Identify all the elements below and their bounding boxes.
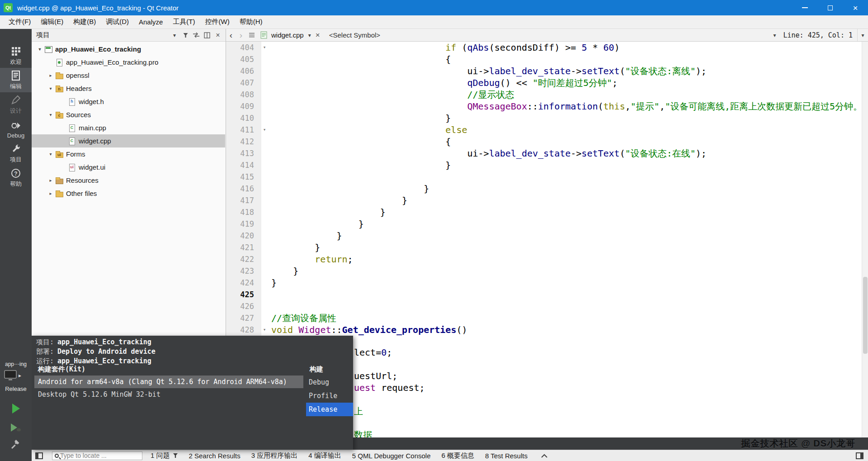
kit-option-1[interactable]: Android for arm64-v8a (Clang Qt 5.12.6 f…: [34, 375, 303, 388]
mode-design[interactable]: 设计: [0, 92, 32, 117]
locator-input[interactable]: Type to locate ...: [52, 451, 142, 460]
line-number[interactable]: 417: [226, 195, 258, 206]
forward-icon[interactable]: ›: [236, 29, 246, 41]
line-number[interactable]: 421: [226, 242, 258, 253]
line-number[interactable]: 414: [226, 159, 258, 171]
code-text[interactable]: }: [271, 277, 862, 289]
fold-marker-icon[interactable]: ▾: [258, 124, 271, 136]
tree-expander-icon[interactable]: ▾: [47, 152, 54, 157]
tree-item-widget.cpp[interactable]: Cwidget.cpp: [32, 134, 225, 147]
menu-item-4[interactable]: 调试(D): [101, 15, 134, 29]
debug-run-button[interactable]: [0, 422, 32, 433]
close-button[interactable]: ×: [843, 0, 868, 15]
kit-selector-button[interactable]: ▸: [4, 369, 28, 382]
cursor-position-indicator[interactable]: Line: 425, Col: 1: [783, 31, 853, 39]
line-number[interactable]: 423: [226, 265, 258, 277]
line-number[interactable]: 427: [226, 312, 258, 324]
editor-split-menu-icon[interactable]: ▾: [857, 29, 868, 41]
mode-help[interactable]: ?帮助: [0, 166, 32, 190]
tree-expander-icon[interactable]: ▸: [47, 178, 54, 183]
maximize-button[interactable]: [817, 0, 843, 15]
line-number[interactable]: 425: [226, 289, 258, 300]
filter-icon[interactable]: [180, 30, 190, 40]
line-number[interactable]: 418: [226, 206, 258, 218]
issues-filter-icon[interactable]: [173, 453, 178, 458]
output-pane-button-6[interactable]: 6 概要信息: [442, 451, 475, 460]
line-number[interactable]: 415: [226, 171, 258, 183]
code-text[interactable]: //查询设备属性: [271, 312, 862, 324]
open-file-selector[interactable]: widget.cpp: [271, 31, 304, 39]
menu-item-3[interactable]: 构建(B): [68, 15, 101, 29]
code-text[interactable]: }: [271, 230, 862, 242]
code-text[interactable]: {: [271, 136, 862, 147]
code-text[interactable]: }: [271, 159, 862, 171]
code-text[interactable]: }: [271, 265, 862, 277]
tree-item-widget.h[interactable]: hwidget.h: [32, 95, 225, 108]
output-pane-button-5[interactable]: 5 QML Debugger Console: [352, 452, 431, 460]
code-text[interactable]: QMessageBox::information(this,"提示","设备可能…: [271, 100, 862, 112]
menu-item-5[interactable]: Analyze: [134, 15, 168, 29]
toggle-right-sidebar-icon[interactable]: [856, 452, 863, 459]
code-text[interactable]: }: [271, 206, 862, 218]
output-pane-button-2[interactable]: 2 Search Results: [189, 452, 241, 460]
build-option-profile[interactable]: Profile: [306, 389, 353, 403]
tree-item-Sources[interactable]: ▾cSources: [32, 108, 225, 121]
line-number[interactable]: 422: [226, 253, 258, 265]
tree-expander-icon[interactable]: ▸: [47, 191, 54, 196]
build-option-release[interactable]: Release: [306, 403, 353, 416]
code-text[interactable]: }: [271, 195, 862, 206]
code-text[interactable]: ui->label_dev_state->setText("设备状态:在线");: [271, 147, 862, 159]
output-pane-button-4[interactable]: 4 编译输出: [308, 451, 341, 460]
line-number[interactable]: 426: [226, 300, 258, 312]
menu-item-7[interactable]: 控件(W): [200, 15, 235, 29]
code-text[interactable]: ui->label_dev_state->setText("设备状态:离线");: [271, 65, 862, 77]
line-number[interactable]: 413: [226, 147, 258, 159]
line-number[interactable]: 407: [226, 77, 258, 89]
code-text[interactable]: {: [271, 53, 862, 65]
tree-item-openssl[interactable]: ▸openssl: [32, 69, 225, 82]
tree-item-Forms[interactable]: ▾uiForms: [32, 147, 225, 161]
code-text[interactable]: }: [271, 183, 862, 195]
tree-item-app_Huawei_Eco_tracking[interactable]: ▾app_Huawei_Eco_tracking: [32, 43, 225, 56]
tree-expander-icon[interactable]: ▸: [47, 73, 54, 78]
close-panel-icon[interactable]: ×: [213, 30, 223, 40]
line-number[interactable]: 428: [226, 324, 258, 336]
sync-with-editor-icon[interactable]: [191, 30, 201, 40]
tree-item-main.cpp[interactable]: Cmain.cpp: [32, 121, 225, 134]
close-document-icon[interactable]: ×: [316, 31, 320, 40]
output-pane-button-7[interactable]: 8 Test Results: [485, 452, 528, 460]
line-number[interactable]: 408: [226, 89, 258, 100]
tree-expander-icon[interactable]: ▾: [36, 47, 43, 52]
expand-output-panes-icon[interactable]: [541, 454, 547, 458]
line-number[interactable]: 419: [226, 218, 258, 230]
mode-edit[interactable]: 编辑: [0, 68, 32, 92]
code-text[interactable]: else: [271, 124, 862, 136]
code-text[interactable]: }: [271, 112, 862, 124]
mode-projects[interactable]: 项目: [0, 141, 32, 166]
tree-item-Resources[interactable]: ▸Resources: [32, 174, 225, 187]
panel-combo-caret-icon[interactable]: ▾: [173, 32, 176, 38]
menu-item-6[interactable]: 工具(T): [168, 15, 200, 29]
line-number[interactable]: 411: [226, 124, 258, 136]
tree-item-widget.ui[interactable]: uiwidget.ui: [32, 161, 225, 174]
menu-item-1[interactable]: 文件(F): [4, 15, 36, 29]
open-documents-icon[interactable]: [247, 30, 257, 40]
tree-expander-icon[interactable]: ▾: [47, 112, 54, 117]
file-dropdown-caret-icon[interactable]: ▾: [308, 32, 311, 38]
scrollbar-thumb[interactable]: [863, 277, 868, 354]
line-number[interactable]: 416: [226, 183, 258, 195]
line-number[interactable]: 410: [226, 112, 258, 124]
tree-item-Other-files[interactable]: ▸Other files: [32, 187, 225, 200]
output-pane-button-1[interactable]: 1 问题: [151, 451, 170, 460]
menu-item-8[interactable]: 帮助(H): [235, 15, 268, 29]
fold-marker-icon[interactable]: ▾: [258, 324, 271, 336]
line-number[interactable]: 412: [226, 136, 258, 147]
tree-expander-icon[interactable]: ▾: [47, 86, 54, 91]
tree-item-Headers[interactable]: ▾hHeaders: [32, 82, 225, 95]
line-number[interactable]: 405: [226, 53, 258, 65]
fold-marker-icon[interactable]: ▾: [258, 42, 271, 53]
menu-item-2[interactable]: 编辑(E): [36, 15, 68, 29]
symbol-selector[interactable]: <Select Symbol> ▾: [325, 29, 779, 41]
editor-scrollbar[interactable]: [862, 42, 868, 450]
line-number[interactable]: 424: [226, 277, 258, 289]
